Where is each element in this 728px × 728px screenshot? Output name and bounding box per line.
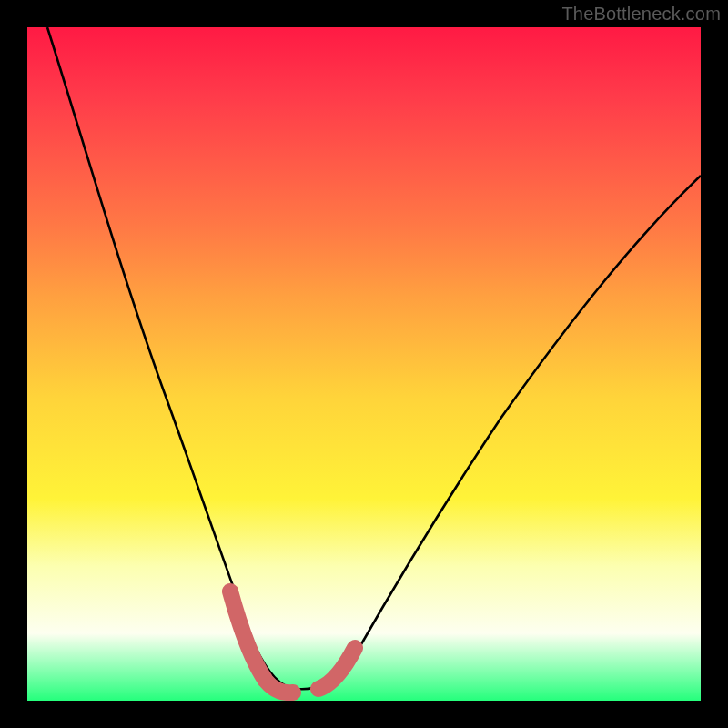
left-band-marker: [230, 592, 293, 693]
bottleneck-curve-line: [47, 27, 701, 689]
right-band-marker: [318, 648, 355, 689]
curve-svg: [27, 27, 701, 701]
plot-area: [27, 27, 701, 701]
watermark-text: TheBottleneck.com: [561, 4, 721, 25]
chart-frame: TheBottleneck.com: [0, 0, 728, 728]
